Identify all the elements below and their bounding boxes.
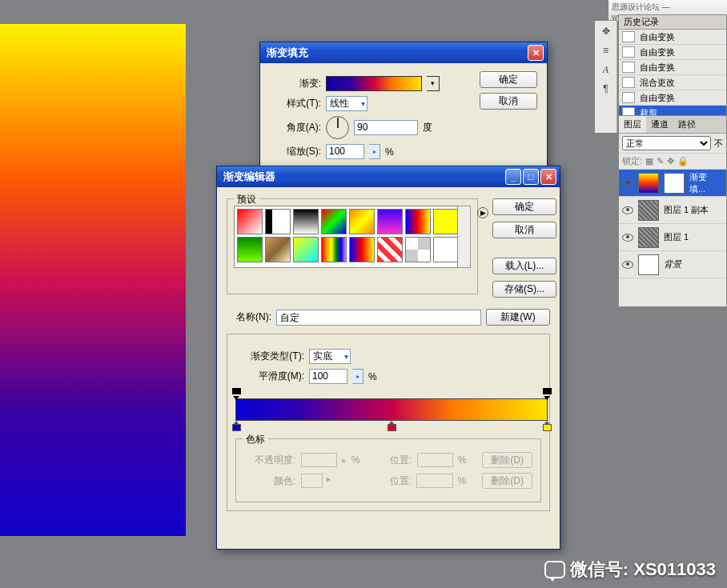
dialog-title: 渐变填充 xyxy=(267,46,308,60)
gradient-type-select[interactable]: 实底 xyxy=(309,349,351,364)
gradient-preset[interactable] xyxy=(405,209,431,234)
gradient-preset[interactable] xyxy=(237,209,263,234)
maximize-icon[interactable]: □ xyxy=(523,169,539,185)
close-icon[interactable]: ✕ xyxy=(528,45,544,61)
scale-input[interactable]: 100 xyxy=(326,144,364,159)
color-stop[interactable] xyxy=(232,421,241,432)
tool-strip: ✥ ≡ A ¶ xyxy=(595,21,617,133)
canvas-gradient-preview xyxy=(0,24,186,536)
layer-row[interactable]: 渐变填... xyxy=(619,170,726,197)
close-icon[interactable]: ✕ xyxy=(540,169,556,185)
angle-input[interactable]: 90 xyxy=(354,120,418,135)
history-item[interactable]: 自由变换 xyxy=(619,30,726,45)
gradient-preset[interactable] xyxy=(265,237,291,262)
layer-name: 渐变填... xyxy=(689,171,723,195)
lock-move-icon[interactable]: ✥ xyxy=(667,156,674,166)
delete-color-stop-button: 删除(D) xyxy=(482,473,532,489)
tab-channels[interactable]: 通道 xyxy=(646,116,673,133)
layer-thumbnail xyxy=(638,227,659,248)
wechat-icon xyxy=(544,561,565,578)
gradient-swatch[interactable] xyxy=(326,76,422,91)
gradient-preset[interactable] xyxy=(433,237,458,262)
layer-row[interactable]: 背景 xyxy=(619,251,726,278)
gradient-preset[interactable] xyxy=(349,209,375,234)
smoothness-spinner-icon[interactable]: ▸ xyxy=(352,369,364,384)
tool-icon[interactable]: ¶ xyxy=(596,80,616,98)
layer-thumbnail xyxy=(638,254,659,275)
gradient-preset[interactable] xyxy=(349,237,375,262)
history-item[interactable]: 自由变换 xyxy=(619,45,726,60)
gradient-preset[interactable] xyxy=(321,209,347,234)
history-step-icon xyxy=(622,31,635,42)
history-item[interactable]: 混合更改 xyxy=(619,75,726,90)
lock-trans-icon[interactable]: ▦ xyxy=(645,156,653,166)
dialog-titlebar[interactable]: 渐变编辑器 _ □ ✕ xyxy=(217,166,560,187)
history-tab[interactable]: 历史记录 xyxy=(619,15,726,30)
tab-layers[interactable]: 图层 xyxy=(619,116,646,133)
blend-mode-select[interactable]: 正常 xyxy=(622,136,711,150)
angle-knob[interactable] xyxy=(326,116,349,139)
save-button[interactable]: 存储(S)... xyxy=(492,281,556,298)
lock-paint-icon[interactable]: ✎ xyxy=(657,156,664,166)
visibility-eye-icon[interactable] xyxy=(622,234,633,242)
preset-menu-icon[interactable]: ▶ xyxy=(477,207,488,218)
visibility-eye-icon[interactable] xyxy=(622,179,633,187)
gradient-bar[interactable] xyxy=(235,398,548,421)
name-input[interactable]: 自定 xyxy=(276,310,481,326)
scale-spinner-icon[interactable]: ▸ xyxy=(369,144,380,159)
history-step-icon xyxy=(622,92,635,103)
gradient-preset[interactable] xyxy=(377,209,403,234)
delete-opacity-stop-button: 删除(D) xyxy=(482,452,532,468)
tab-paths[interactable]: 路径 xyxy=(673,116,701,133)
layer-row[interactable]: 图层 1 xyxy=(619,224,726,251)
position-input xyxy=(416,474,452,488)
style-select[interactable]: 线性 xyxy=(326,96,368,111)
gradient-preset[interactable] xyxy=(293,237,319,262)
spinner-icon: ▸ xyxy=(342,454,347,466)
layers-tabs: 图层 通道 路径 xyxy=(619,116,726,134)
layer-thumbnail xyxy=(638,200,659,221)
color-stop[interactable] xyxy=(543,421,552,432)
gradient-preset[interactable] xyxy=(433,209,458,234)
load-button[interactable]: 载入(L)... xyxy=(492,258,556,274)
history-item[interactable]: 自由变换 xyxy=(619,60,726,75)
opacity-stop-label: 不透明度: xyxy=(244,454,296,467)
history-item[interactable]: 自由变换 xyxy=(619,90,726,106)
history-panel: 历史记录 自由变换自由变换自由变换混合更改自由变换裁剪 xyxy=(618,14,727,110)
gradient-preset[interactable] xyxy=(377,237,403,262)
cancel-button[interactable]: 取消 xyxy=(480,93,537,110)
tool-icon[interactable]: A xyxy=(596,61,616,78)
position-label: 位置: xyxy=(380,474,412,488)
layer-row[interactable]: 图层 1 副本 xyxy=(619,197,726,224)
gradient-preset[interactable] xyxy=(293,209,319,234)
new-button[interactable]: 新建(W) xyxy=(486,309,550,326)
visibility-eye-icon[interactable] xyxy=(622,206,633,214)
gradient-preset[interactable] xyxy=(321,237,347,262)
opacity-stop[interactable] xyxy=(232,388,241,398)
preset-scrollbar[interactable] xyxy=(458,206,471,268)
layer-name: 图层 1 副本 xyxy=(664,204,709,216)
history-step-icon xyxy=(622,62,635,73)
minimize-icon[interactable]: _ xyxy=(505,169,521,185)
cancel-button[interactable]: 取消 xyxy=(492,222,556,238)
gradient-dropdown-icon[interactable]: ▾ xyxy=(427,76,440,91)
gradient-preset[interactable] xyxy=(405,237,431,262)
dialog-titlebar[interactable]: 渐变填充 ✕ xyxy=(260,42,547,63)
visibility-eye-icon[interactable] xyxy=(622,261,633,269)
style-label: 样式(T): xyxy=(270,97,321,110)
gradient-preset[interactable] xyxy=(265,209,291,234)
layer-thumbnail xyxy=(638,173,659,194)
gradient-preset[interactable] xyxy=(237,237,263,262)
tool-icon[interactable]: ≡ xyxy=(596,42,616,59)
color-stop-swatch xyxy=(388,424,396,431)
smoothness-unit: % xyxy=(368,371,377,382)
smoothness-input[interactable]: 100 xyxy=(309,369,347,384)
color-stop[interactable] xyxy=(388,421,396,432)
color-well xyxy=(301,474,323,488)
tool-icon[interactable]: ✥ xyxy=(596,22,616,40)
ok-button[interactable]: 确定 xyxy=(480,71,537,88)
ok-button[interactable]: 确定 xyxy=(492,198,556,215)
lock-all-icon[interactable]: 🔒 xyxy=(677,156,689,166)
opacity-stop[interactable] xyxy=(543,388,552,398)
layers-panel: 图层 通道 路径 正常 不 锁定: ▦ ✎ ✥ 🔒 渐变填...图层 1 副本图… xyxy=(618,115,727,307)
